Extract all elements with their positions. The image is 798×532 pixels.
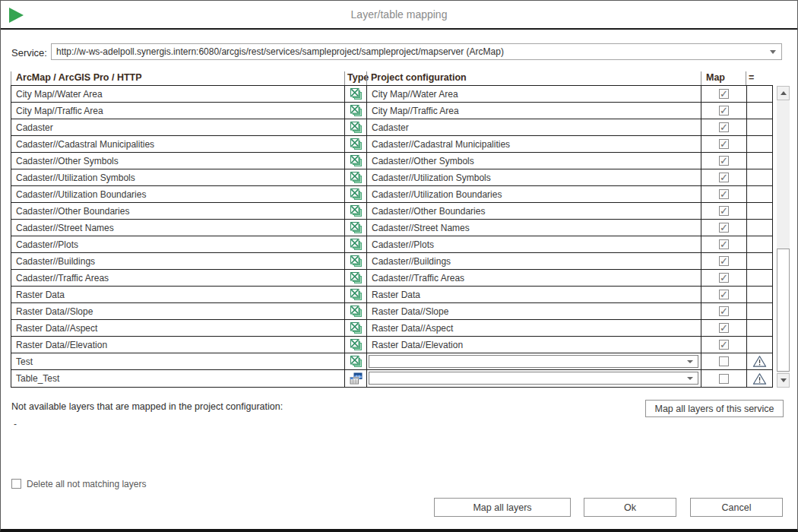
project-configuration-cell: Cadaster//Cadastral Municipalities bbox=[367, 136, 701, 152]
map-cell: ✓ bbox=[701, 287, 747, 302]
layer-type-cell bbox=[345, 337, 367, 353]
equals-cell bbox=[747, 220, 772, 236]
map-cell: ✓ bbox=[701, 337, 747, 353]
group-layer-icon bbox=[350, 305, 363, 318]
table-row: Cadaster//Buildings Cadaster//Buildings✓ bbox=[11, 253, 772, 270]
map-checkbox[interactable] bbox=[719, 374, 729, 384]
equals-cell bbox=[747, 236, 772, 252]
cancel-button[interactable]: Cancel bbox=[690, 498, 783, 517]
map-cell: ✓ bbox=[701, 236, 747, 252]
layer-type-cell bbox=[345, 253, 367, 269]
equals-cell bbox=[747, 103, 772, 119]
delete-not-matching-label: Delete all not matching layers bbox=[27, 479, 146, 489]
scrollbar-thumb[interactable] bbox=[777, 249, 790, 372]
layer-type-cell bbox=[345, 103, 367, 119]
map-checkbox[interactable]: ✓ bbox=[719, 206, 729, 216]
layer-name-cell: Raster Data//Elevation bbox=[11, 337, 345, 353]
equals-cell bbox=[747, 303, 772, 319]
layer-type-cell bbox=[345, 287, 367, 302]
group-layer-icon bbox=[350, 204, 363, 217]
project-configuration-cell: Cadaster//Street Names bbox=[367, 220, 701, 236]
scrollbar-down-button[interactable] bbox=[777, 373, 790, 388]
map-cell: ✓ bbox=[701, 303, 747, 319]
map-checkbox[interactable] bbox=[719, 356, 729, 366]
project-configuration-cell: Cadaster//Utilization Boundaries bbox=[367, 186, 701, 202]
project-configuration-cell: Cadaster//Buildings bbox=[367, 253, 701, 269]
equals-cell bbox=[747, 153, 772, 169]
layer-type-cell bbox=[345, 370, 367, 387]
group-layer-icon bbox=[350, 271, 363, 284]
map-checkbox[interactable]: ✓ bbox=[719, 323, 729, 333]
equals-cell bbox=[747, 86, 772, 102]
header-separator bbox=[746, 71, 746, 85]
layer-name-cell: Test bbox=[11, 353, 345, 369]
map-checkbox[interactable]: ✓ bbox=[719, 89, 729, 99]
layer-name-cell: Cadaster//Traffic Areas bbox=[11, 270, 345, 286]
header-separator bbox=[11, 71, 11, 85]
layer-table-mapping-dialog: Layer/table mapping Service: http://w-ws… bbox=[0, 0, 798, 532]
project-configuration-cell: Raster Data//Slope bbox=[367, 303, 701, 319]
map-cell: ✓ bbox=[701, 153, 747, 169]
map-cell: ✓ bbox=[701, 86, 747, 102]
map-checkbox[interactable]: ✓ bbox=[719, 223, 729, 233]
project-configuration-cell bbox=[367, 353, 701, 369]
layer-name-cell: Cadaster//Utilization Symbols bbox=[11, 169, 345, 185]
group-layer-icon bbox=[350, 321, 363, 334]
dialog-title: Layer/table mapping bbox=[1, 8, 797, 21]
group-layer-icon bbox=[350, 104, 363, 117]
map-all-layers-of-service-button[interactable]: Map all layers of this service bbox=[645, 400, 784, 417]
dialog-header: Layer/table mapping bbox=[1, 1, 797, 30]
project-configuration-dropdown[interactable] bbox=[369, 355, 698, 368]
map-cell: ✓ bbox=[701, 203, 747, 219]
project-configuration-cell: Cadaster bbox=[367, 119, 701, 135]
map-cell: ✓ bbox=[701, 119, 747, 135]
layer-type-cell bbox=[345, 303, 367, 319]
equals-cell bbox=[747, 136, 772, 152]
layer-type-cell bbox=[345, 203, 367, 219]
project-configuration-cell: Cadaster//Other Boundaries bbox=[367, 203, 701, 219]
map-cell: ✓ bbox=[701, 270, 747, 286]
map-checkbox[interactable]: ✓ bbox=[719, 139, 729, 149]
header-separator bbox=[701, 71, 701, 85]
ok-button[interactable]: Ok bbox=[584, 498, 676, 517]
service-dropdown-value: http://w-ws-adelpoll.synergis.intern:608… bbox=[56, 46, 504, 57]
map-checkbox[interactable]: ✓ bbox=[719, 290, 729, 299]
layer-type-cell bbox=[345, 270, 367, 286]
map-cell: ✓ bbox=[701, 136, 747, 152]
map-checkbox[interactable]: ✓ bbox=[719, 340, 729, 350]
column-header-equals: = bbox=[749, 72, 754, 83]
service-dropdown[interactable]: http://w-ws-adelpoll.synergis.intern:608… bbox=[51, 43, 782, 60]
column-header-name: ArcMap / ArcGIS Pro / HTTP bbox=[16, 72, 142, 83]
map-checkbox[interactable]: ✓ bbox=[719, 306, 729, 316]
layer-type-cell bbox=[345, 136, 367, 152]
map-checkbox[interactable]: ✓ bbox=[719, 239, 729, 249]
warning-icon bbox=[752, 355, 767, 368]
layer-type-cell bbox=[345, 353, 367, 369]
layer-type-cell bbox=[345, 86, 367, 102]
map-checkbox[interactable]: ✓ bbox=[719, 189, 729, 199]
table-row: Table_Test bbox=[11, 370, 772, 387]
map-checkbox[interactable]: ✓ bbox=[719, 256, 729, 266]
map-checkbox[interactable]: ✓ bbox=[719, 122, 729, 132]
layer-mapping-table: City Map//Water Area City Map//Water Are… bbox=[11, 85, 773, 388]
delete-not-matching-checkbox[interactable] bbox=[11, 479, 21, 489]
map-checkbox[interactable]: ✓ bbox=[719, 106, 729, 116]
table-row: Test bbox=[11, 353, 772, 370]
table-row: Cadaster//Plots Cadaster//Plots✓ bbox=[11, 236, 772, 253]
arrow-up-icon bbox=[781, 91, 787, 95]
map-cell: ✓ bbox=[701, 253, 747, 269]
table-row: Cadaster//Other Symbols Cadaster//Other … bbox=[11, 153, 772, 169]
layer-name-cell: Cadaster//Other Symbols bbox=[11, 153, 345, 169]
layer-name-cell: City Map//Water Area bbox=[11, 86, 345, 102]
map-all-layers-button[interactable]: Map all layers bbox=[434, 498, 571, 517]
vertical-scrollbar[interactable] bbox=[777, 86, 790, 388]
map-checkbox[interactable]: ✓ bbox=[719, 173, 729, 182]
table-row: Raster Data//Slope Raster Data//Slope✓ bbox=[11, 303, 772, 320]
chevron-down-icon bbox=[687, 360, 693, 363]
project-configuration-dropdown[interactable] bbox=[369, 372, 698, 385]
map-checkbox[interactable]: ✓ bbox=[719, 273, 729, 283]
map-checkbox[interactable]: ✓ bbox=[719, 156, 729, 166]
scrollbar-up-button[interactable] bbox=[777, 86, 790, 100]
project-configuration-cell bbox=[367, 370, 701, 387]
equals-cell bbox=[747, 119, 772, 135]
